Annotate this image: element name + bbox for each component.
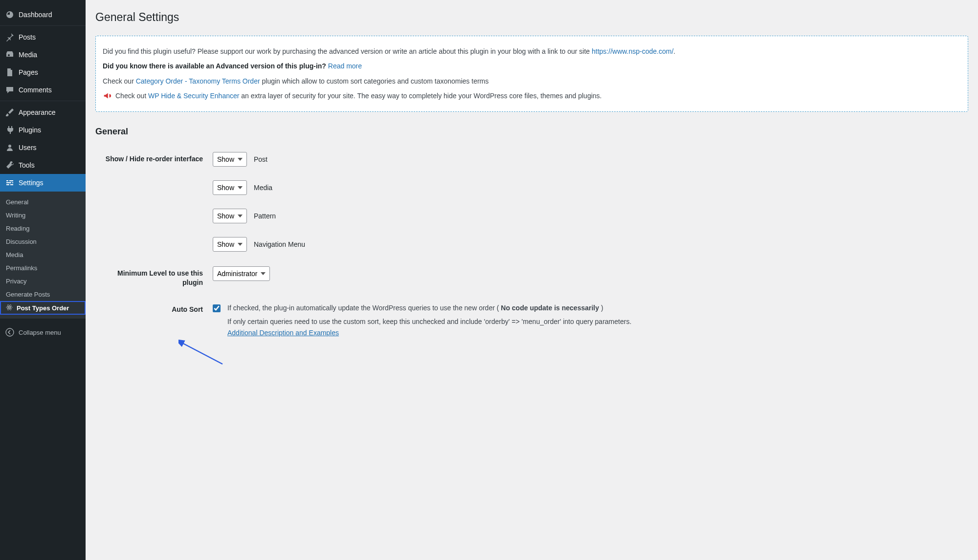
submenu-item-reading[interactable]: Reading (0, 222, 86, 235)
plug-icon (5, 125, 15, 135)
sidebar-item-posts[interactable]: Posts (0, 28, 86, 46)
sidebar-label: Tools (19, 161, 35, 169)
sidebar-item-plugins[interactable]: Plugins (0, 121, 86, 139)
svg-point-4 (6, 328, 14, 336)
sidebar-item-media[interactable]: Media (0, 46, 86, 64)
submenu-item-media[interactable]: Media (0, 248, 86, 261)
sidebar-item-comments[interactable]: Comments (0, 81, 86, 99)
admin-sidebar: Dashboard Posts Media Pages Comments App… (0, 0, 86, 560)
dashboard-icon (5, 10, 15, 20)
page-icon (5, 67, 15, 77)
notice-text: . (673, 47, 675, 55)
auto-sort-desc: ) (599, 304, 603, 312)
submenu-item-general[interactable]: General (0, 195, 86, 209)
sidebar-label: Users (19, 144, 37, 151)
sidebar-item-pages[interactable]: Pages (0, 64, 86, 81)
settings-submenu: General Writing Reading Discussion Media… (0, 192, 86, 319)
sidebar-label: Plugins (19, 126, 41, 134)
auto-sort-note: If only certain queries need to use the … (227, 318, 631, 325)
sidebar-label: Comments (19, 86, 52, 94)
svg-point-3 (9, 307, 10, 308)
notice-strong: Did you know there is available an Advan… (103, 62, 326, 70)
svg-line-5 (181, 343, 222, 364)
notice-text: plugin which allow to custom sort catego… (262, 77, 489, 85)
submenu-label: Post Types Order (17, 304, 69, 312)
sidebar-item-appearance[interactable]: Appearance (0, 104, 86, 121)
select-post[interactable]: Show (213, 152, 247, 167)
notice-text: an extra layer of security for your site… (241, 92, 601, 100)
section-heading-general: General (95, 127, 968, 137)
notice-link-category-order[interactable]: Category Order - Taxonomy Terms Order (136, 77, 260, 85)
sidebar-label: Pages (19, 68, 38, 76)
auto-sort-desc: If checked, the plug-in automatically up… (227, 304, 501, 312)
type-label-pattern: Pattern (254, 212, 276, 220)
brush-icon (5, 108, 15, 117)
sidebar-label: Posts (19, 33, 36, 41)
notice-text: Check out (115, 92, 148, 100)
megaphone-icon (103, 91, 111, 100)
sidebar-label: Settings (19, 179, 44, 187)
select-pattern[interactable]: Show (213, 209, 247, 223)
plugin-notice: Did you find this plugin useful? Please … (95, 36, 968, 112)
sidebar-label: Appearance (19, 108, 56, 116)
checkbox-auto-sort[interactable] (213, 304, 221, 312)
select-min-level[interactable]: Administrator (213, 266, 270, 281)
notice-text: Did you find this plugin useful? Please … (103, 47, 592, 55)
auto-sort-link[interactable]: Additional Description and Examples (227, 329, 339, 337)
user-icon (5, 143, 15, 152)
label-min-level: Minimum Level to use this plugin (95, 266, 213, 288)
pin-icon (5, 32, 15, 42)
sidebar-item-settings[interactable]: Settings (0, 174, 86, 192)
collapse-icon (5, 327, 15, 337)
label-auto-sort: Auto Sort (95, 302, 213, 338)
page-title: General Settings (95, 11, 968, 24)
submenu-item-generate-posts[interactable]: Generate Posts (0, 288, 86, 301)
type-label-post: Post (254, 155, 267, 163)
collapse-label: Collapse menu (19, 329, 61, 336)
label-show-hide: Show / Hide re-order interface (95, 152, 213, 252)
atom-icon (6, 304, 14, 312)
select-media[interactable]: Show (213, 180, 247, 195)
notice-link-wphide[interactable]: WP Hide & Security Enhancer (148, 92, 240, 100)
submenu-item-post-types-order[interactable]: Post Types Order (0, 301, 86, 315)
media-icon (5, 50, 15, 60)
submenu-item-privacy[interactable]: Privacy (0, 275, 86, 288)
type-label-nav: Navigation Menu (254, 240, 305, 248)
wrench-icon (5, 160, 15, 170)
auto-sort-strong: No code update is necessarily (501, 304, 599, 312)
notice-text: Check our (103, 77, 136, 85)
collapse-menu[interactable]: Collapse menu (0, 323, 86, 341)
notice-link-nsp[interactable]: https://www.nsp-code.com/ (592, 47, 673, 55)
sidebar-item-tools[interactable]: Tools (0, 156, 86, 174)
type-label-media: Media (254, 184, 272, 192)
sidebar-item-users[interactable]: Users (0, 139, 86, 156)
sidebar-label: Dashboard (19, 11, 52, 19)
select-nav[interactable]: Show (213, 237, 247, 252)
main-content: General Settings Did you find this plugi… (86, 0, 978, 560)
sidebar-label: Media (19, 51, 37, 59)
sidebar-item-dashboard[interactable]: Dashboard (0, 6, 86, 23)
submenu-item-writing[interactable]: Writing (0, 209, 86, 222)
submenu-item-discussion[interactable]: Discussion (0, 235, 86, 248)
notice-link-readmore[interactable]: Read more (328, 62, 362, 70)
submenu-item-permalinks[interactable]: Permalinks (0, 261, 86, 275)
sliders-icon (5, 178, 15, 188)
comment-icon (5, 85, 15, 95)
